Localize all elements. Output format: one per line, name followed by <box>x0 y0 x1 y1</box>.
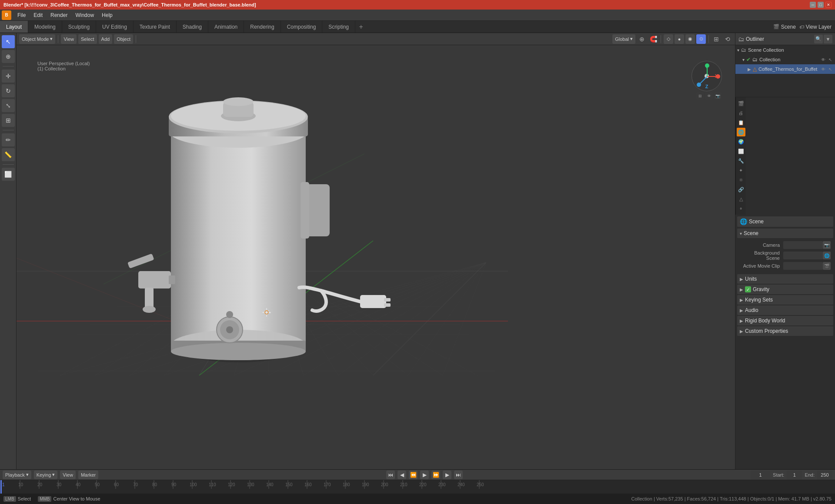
rendered-shading-btn[interactable]: ⊙ <box>696 34 706 44</box>
outliner-search-btn[interactable]: 🔍 <box>814 35 823 43</box>
move-tool-button[interactable]: ✛ <box>2 70 15 83</box>
background-scene-icon[interactable]: 🌐 <box>823 252 831 259</box>
thermos-eye-icon[interactable]: 👁 <box>820 66 826 72</box>
current-frame-input[interactable]: 1 <box>751 471 770 479</box>
thermos-cursor-icon[interactable]: ↖ <box>827 66 833 72</box>
overlay-toggle-button[interactable]: ⊞ <box>711 34 721 44</box>
camera-field-icon[interactable]: 📷 <box>823 241 831 249</box>
maximize-button[interactable]: □ <box>818 2 824 8</box>
view-menu-button[interactable]: View <box>61 34 77 44</box>
select-tool-button[interactable]: ↖ <box>2 35 15 48</box>
end-frame-input[interactable]: 250 <box>817 471 832 479</box>
particles-props-btn[interactable]: ✦ <box>737 166 745 175</box>
cursor-tool-button[interactable]: ⊕ <box>2 50 15 63</box>
world-props-btn[interactable]: 🌍 <box>737 137 745 146</box>
toolbar-separator-3 <box>3 164 14 165</box>
marker-menu-btn[interactable]: Marker <box>78 471 98 479</box>
background-scene-value[interactable] <box>783 252 823 259</box>
tab-sculpting[interactable]: Sculpting <box>62 21 96 33</box>
tab-texture-paint[interactable]: Texture Paint <box>134 21 177 33</box>
wireframe-shading-btn[interactable]: ◇ <box>664 34 673 44</box>
outliner-collection[interactable]: ▾ ✔ 🗂 Collection 👁 ↖ <box>735 55 835 64</box>
constraints-props-btn[interactable]: 🔗 <box>737 185 745 194</box>
tab-compositing[interactable]: Compositing <box>281 21 323 33</box>
scene-props-btn[interactable]: 🌐 <box>737 128 745 136</box>
playback-menu-btn[interactable]: Playback ▾ <box>3 471 31 479</box>
object-props-btn[interactable]: ⬜ <box>737 147 745 156</box>
custom-properties-header[interactable]: ▶ Custom Properties <box>737 326 833 336</box>
menu-file[interactable]: File <box>14 11 29 19</box>
keying-menu-btn[interactable]: Keying ▾ <box>34 471 58 479</box>
rotate-tool-button[interactable]: ↻ <box>2 84 15 97</box>
add-workspace-button[interactable]: + <box>355 21 367 33</box>
annotate-tool-button[interactable]: ✏ <box>2 133 15 146</box>
select-menu-button[interactable]: Select <box>78 34 97 44</box>
material-props-btn[interactable]: ⚬ <box>737 204 745 213</box>
rigid-body-world-header[interactable]: ▶ Rigid Body World <box>737 316 833 325</box>
movie-clip-value[interactable] <box>783 262 823 270</box>
snap-button[interactable]: 🧲 <box>648 34 658 44</box>
menu-edit[interactable]: Edit <box>30 11 46 19</box>
view-perspective-btn[interactable]: ⊞ <box>696 92 704 100</box>
view-camera-btn[interactable]: 📷 <box>714 92 721 100</box>
solid-shading-btn[interactable]: ● <box>675 34 684 44</box>
gizmo-circle[interactable]: X Y Z <box>691 61 722 91</box>
units-section-header[interactable]: ▶ Units <box>737 274 833 284</box>
keying-sets-section-header[interactable]: ▶ Keying Sets <box>737 295 833 305</box>
next-frame-btn[interactable]: ▶ <box>443 471 451 479</box>
proportional-edit-button[interactable]: Global▾ <box>612 34 635 44</box>
close-button[interactable]: ✕ <box>825 2 832 8</box>
jump-to-end-btn[interactable]: ⏭ <box>454 471 463 479</box>
measure-tool-button[interactable]: 📏 <box>2 148 15 161</box>
view-ortho-btn[interactable]: 👁 <box>705 92 713 100</box>
view-layer-props-btn[interactable]: 📋 <box>737 118 745 127</box>
next-keyframe-btn[interactable]: ⏩ <box>431 471 440 479</box>
object-menu-button[interactable]: Object <box>114 34 133 44</box>
minimize-button[interactable]: ─ <box>810 2 816 8</box>
menu-render[interactable]: Render <box>47 11 71 19</box>
navigation-gizmo[interactable]: X Y Z <box>691 61 726 96</box>
prev-frame-btn[interactable]: ◀ <box>397 471 406 479</box>
tab-scripting[interactable]: Scripting <box>322 21 355 33</box>
gizmo-toggle-button[interactable]: ⟲ <box>723 34 732 44</box>
tab-animation[interactable]: Animation <box>208 21 244 33</box>
viewport-3d[interactable]: User Perspective (Local) (1) Collection … <box>17 45 735 469</box>
modifier-props-btn[interactable]: 🔧 <box>737 156 745 165</box>
output-props-btn[interactable]: 🖨 <box>737 109 745 117</box>
pivot-point-button[interactable]: ⊕ <box>637 34 647 44</box>
jump-to-start-btn[interactable]: ⏮ <box>386 471 395 479</box>
camera-value[interactable] <box>783 241 823 249</box>
transform-tool-button[interactable]: ⊞ <box>2 114 15 127</box>
material-shading-btn[interactable]: ◉ <box>685 34 695 44</box>
tab-layout[interactable]: Layout <box>0 21 28 33</box>
outliner-filter-btn[interactable]: ▼ <box>824 35 832 43</box>
outliner-scene-collection[interactable]: ▾ 🗂 Scene Collection <box>735 45 835 55</box>
physics-props-btn[interactable]: ⚛ <box>737 176 745 184</box>
tab-uv-editing[interactable]: UV Editing <box>96 21 134 33</box>
movie-clip-icon[interactable]: 🎬 <box>823 262 831 270</box>
scene-section-header[interactable]: ▾ Scene <box>737 229 833 238</box>
play-btn[interactable]: ▶ <box>420 471 429 479</box>
gravity-section-header[interactable]: ▶ ✓ Gravity <box>737 285 833 294</box>
view-menu-btn[interactable]: View <box>60 471 76 479</box>
scale-tool-button[interactable]: ⤡ <box>2 99 15 112</box>
render-props-btn[interactable]: 🎬 <box>737 99 745 108</box>
add-cube-button[interactable]: ⬜ <box>2 168 15 181</box>
viewport[interactable]: Object Mode ▾ View Select Add Object Glo… <box>17 33 735 469</box>
vis-eye-icon[interactable]: 👁 <box>820 56 826 63</box>
gravity-checkbox[interactable]: ✓ <box>745 286 751 292</box>
tab-shading[interactable]: Shading <box>177 21 208 33</box>
menu-window[interactable]: Window <box>72 11 97 19</box>
outliner-thermos-object[interactable]: ▶ △ Coffee_Thermos_for_Buffet 👁 ↖ <box>735 64 835 74</box>
tab-rendering[interactable]: Rendering <box>244 21 281 33</box>
menu-help[interactable]: Help <box>98 11 116 19</box>
timeline-ruler[interactable]: 1 10 20 30 40 50 60 70 80 90 100 110 <box>0 480 835 494</box>
object-mode-dropdown[interactable]: Object Mode ▾ <box>19 34 55 44</box>
prev-keyframe-btn[interactable]: ⏪ <box>409 471 418 479</box>
audio-section-header[interactable]: ▶ Audio <box>737 305 833 315</box>
tab-modeling[interactable]: Modeling <box>28 21 62 33</box>
vis-cursor-icon[interactable]: ↖ <box>827 56 833 63</box>
obj-data-props-btn[interactable]: △ <box>737 195 745 203</box>
add-menu-button[interactable]: Add <box>99 34 113 44</box>
start-frame-input[interactable]: 1 <box>787 471 802 479</box>
